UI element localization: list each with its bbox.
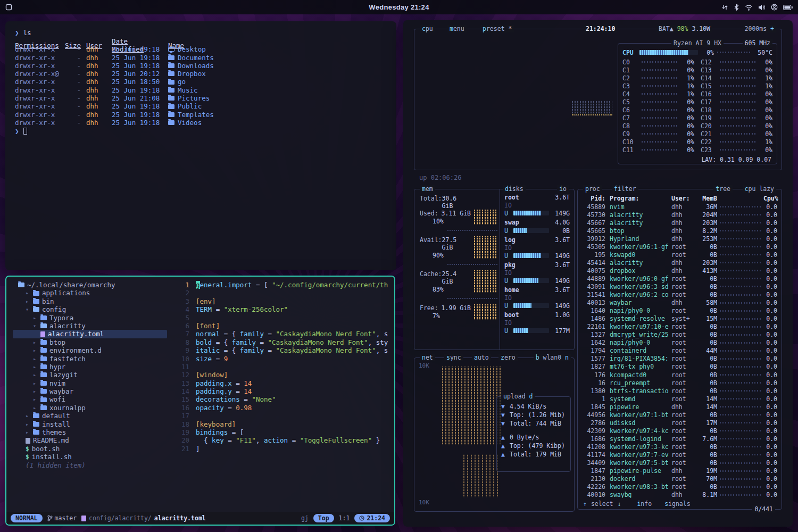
tree-item-waybar[interactable]: ▸waybar (13, 387, 170, 395)
filter-button[interactable]: filter (612, 185, 638, 193)
header-memb[interactable]: MemB (696, 195, 717, 202)
net-stats-box: upload d ▼4.54 KiB/s▼Top: (1.26 Mib)▼Tot… (496, 396, 571, 472)
user: dhh (86, 45, 106, 53)
process-row-kworker-u97-4-kc[interactable]: 42309kworker/u97:4-kcroot0B0.0 (582, 427, 777, 435)
process-row-swaybg[interactable]: 40010swaybgdhh8.1M0.0 (582, 491, 777, 498)
status-line: NORMAL master config/alacritty/alacritty… (6, 512, 394, 525)
battery-icon[interactable] (783, 5, 793, 10)
process-row-systemd-logind[interactable]: 1686systemd-logindroot7.6M0.0 (582, 435, 777, 443)
tree-item-typora[interactable]: ▸Typora (13, 314, 170, 322)
process-row-containerd[interactable]: 1794containerdroot44M0.0 (582, 347, 777, 355)
tree-item-fastfetch[interactable]: ▸fastfetch (13, 355, 170, 363)
lbl: README.md (33, 436, 69, 444)
name: Dropbox (168, 70, 396, 78)
menu-button[interactable]: menu (447, 25, 467, 32)
tree-item-lazygit[interactable]: ▸lazygit (13, 371, 170, 379)
tree-item-readme-md[interactable]: README.md (13, 436, 170, 444)
tree-item-bin[interactable]: ▸bin (13, 297, 170, 305)
process-row-btop[interactable]: 45665btopdhh8.2M0.0 (582, 227, 777, 235)
auto-toggle[interactable]: auto (472, 354, 491, 361)
interface-selector[interactable]: b wlan0 n (534, 354, 571, 361)
b: Dropbox (178, 70, 206, 78)
process-row-udisksd[interactable]: 2786udisksdroot17M0.0 (582, 419, 777, 427)
process-row-kworker-u97-10-e[interactable]: 22161kworker/u97:10-eroot0B0.0 (582, 323, 777, 331)
process-row-mt76-tx-phy0[interactable]: 1827mt76-tx phy0root0B0.0 (582, 363, 777, 371)
process-row-kcompactd0[interactable]: 176kcompactd0root0B0.0 (582, 371, 777, 379)
header-program[interactable]: Program: (605, 195, 671, 202)
process-row-kworker-u96-2-co[interactable]: 31541kworker/u96:2-coroot0B0.0 (582, 291, 777, 299)
process-row-kswapd0[interactable]: 195kswapd0root0B0.0 (582, 251, 777, 259)
process-row-napi-phy0-0[interactable]: 1640napi/phy0-0root0B0.0 (582, 307, 777, 315)
editor-line-5: 5 (170, 314, 394, 322)
process-row-alacritty[interactable]: 45414alacrittydhh203M0.0 (582, 259, 777, 267)
process-row-pipewire[interactable]: 1845pipewiredhh14M0.0 (582, 403, 777, 411)
tree-item-install-sh[interactable]: $install.sh (13, 453, 170, 461)
nvim-main: ~/.local/share/omarchy▸applications▸bin▾… (6, 277, 394, 512)
process-row-irq-81-pixa3854-[interactable]: 1577irq/81-PIXA3854:root0B0.0 (582, 355, 777, 363)
p-mem: 203M (696, 219, 717, 227)
command-text: ls (23, 29, 31, 37)
tree-item-btop[interactable]: ▸btop (13, 338, 170, 346)
tree-item-themes[interactable]: ▸themes (13, 428, 170, 436)
refresh-interval[interactable]: 2000ms + (743, 25, 776, 32)
process-row-kworker-u98-3-bt[interactable]: 42226kworker/u98:3-btroot0B0.0 (582, 483, 777, 491)
process-row-kworker-u97-5-bt[interactable]: 34409kworker/u97:5-btroot0B0.0 (582, 459, 777, 467)
process-row-btrfs-transactio[interactable]: 1380btrfs-transactioroot0B0.0 (582, 387, 777, 395)
process-row-pipewire-pulse[interactable]: 1847pipewire-pulsedhh19M0.0 (582, 467, 777, 475)
tree-toggle[interactable]: tree (713, 185, 733, 193)
pdots (720, 238, 761, 239)
header-user[interactable]: User: (671, 195, 696, 202)
process-row-dropbox[interactable]: 40075dropboxdhh413M0.0 (582, 267, 777, 275)
editor-buffer[interactable]: 1general.import = [ "~/.config/omarchy/c… (170, 277, 394, 512)
process-row-kworker-u96-1-gf[interactable]: 45305kworker/u96:1-gfroot0B0.0 (582, 243, 777, 251)
zero-toggle[interactable]: zero (498, 354, 518, 361)
process-row-dockerd[interactable]: 2130dockerdroot70M0.0 (582, 475, 777, 483)
volume-icon[interactable] (758, 4, 766, 11)
tree-item-environment-d[interactable]: ▸environment.d (13, 346, 170, 354)
header-pid[interactable]: Pid: (582, 195, 605, 202)
process-row-hyprland[interactable]: 39912Hyprlanddhh253M0.0 (582, 235, 777, 243)
tree-item--local-share-omarchy[interactable]: ~/.local/share/omarchy (13, 281, 170, 289)
sync-toggle[interactable]: sync (444, 354, 463, 361)
terminal-cursor[interactable] (23, 128, 27, 135)
tree-item-alacritty[interactable]: ▾alacritty (13, 322, 170, 330)
process-row-waybar[interactable]: 40013waybardhh58M0.0 (582, 299, 777, 307)
tree-item-config[interactable]: ▾config (13, 305, 170, 313)
process-row-dmcrypt-write-25[interactable]: 1327dmcrypt_write/25root0B0.0 (582, 331, 777, 339)
tree-item-xournalpp[interactable]: ▸xournalpp (13, 404, 170, 412)
process-row-kworker-u97-7-ev[interactable]: 41174kworker/u97:7-evroot0B0.0 (582, 451, 777, 459)
process-row-kworker-u97-1-bt[interactable]: 44956kworker/u97:1-btroot0B0.0 (582, 411, 777, 419)
process-row-alacritty[interactable]: 45730alacrittydhh204M0.0 (582, 211, 777, 219)
bluetooth-icon[interactable] (734, 4, 739, 11)
updates-icon[interactable] (721, 4, 728, 11)
prompt-line-2: ❯ (15, 127, 396, 135)
process-row-kworker-u97-3-kc[interactable]: 41208kworker/u97:3-kcroot0B0.0 (582, 443, 777, 451)
preset-button[interactable]: preset * (480, 25, 514, 32)
tree-item-default[interactable]: ▸default (13, 412, 170, 420)
header-cpu[interactable]: Cpu% (763, 195, 777, 202)
tree-item-alacritty-toml[interactable]: alacritty.toml (13, 330, 167, 338)
process-row-napi-phy0-0[interactable]: 1642napi/phy0-0root0B0.0 (582, 339, 777, 347)
process-row-kworker-u96-0-gf[interactable]: 44889kworker/u96:0-gfroot0B0.0 (582, 275, 777, 282)
tree-item-hypr[interactable]: ▸hypr (13, 363, 170, 371)
process-row-systemd[interactable]: 1systemdroot14M0.0 (582, 395, 777, 403)
cpu-lazy-mode[interactable]: cpu lazy (743, 185, 776, 193)
tree-item-boot-sh[interactable]: $boot.sh (13, 445, 170, 453)
wifi-icon[interactable] (745, 4, 753, 11)
process-row-alacritty[interactable]: 45667alacrittydhh203M0.0 (582, 219, 777, 227)
info-button[interactable]: info (637, 500, 652, 508)
process-row-kworker-u96-3-sd[interactable]: 43091kworker/u96:3-sdroot0B0.0 (582, 282, 777, 290)
up-arrow-key[interactable]: ↑ (583, 500, 587, 508)
tree-item-nvim[interactable]: ▸nvim (13, 379, 170, 387)
workspace-icon[interactable] (5, 4, 12, 11)
process-row-systemd-resolve[interactable]: 1486systemd-resolvesyst+15M0.0 (582, 315, 777, 323)
signals-button[interactable]: signals (664, 500, 690, 508)
process-row-rcu-preempt[interactable]: 16rcu_preemptroot0B0.0 (582, 379, 777, 387)
tree-item-install[interactable]: ▸install (13, 420, 170, 428)
user-icon[interactable] (771, 4, 778, 11)
process-row-nvim[interactable]: 45889nvimdhh36M0.0 (582, 203, 777, 211)
tree-item-applications[interactable]: ▸applications (13, 289, 170, 297)
tree-item-wofi[interactable]: ▸wofi (13, 395, 170, 403)
io-mode-toggle[interactable]: io (557, 185, 569, 193)
down-arrow-key[interactable]: ↓ (617, 500, 621, 508)
